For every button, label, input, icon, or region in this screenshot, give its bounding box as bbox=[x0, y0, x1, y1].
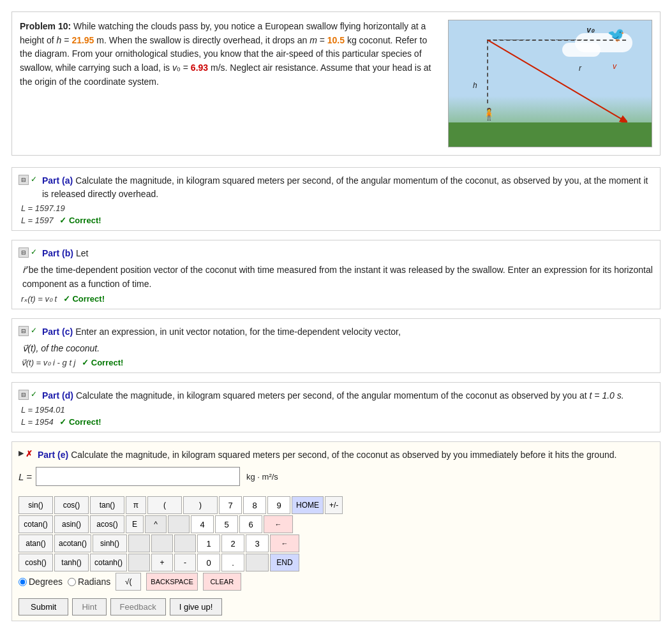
answer-input[interactable] bbox=[36, 467, 240, 486]
part-c-answer: v⃗(t) = v₀ i - g t j ✓ Correct! bbox=[21, 358, 653, 367]
radians-label: Radians bbox=[78, 577, 110, 587]
part-d-check: ✓ bbox=[31, 390, 37, 400]
part-c-vlabel: v⃗(t), of the coconut. bbox=[22, 343, 100, 353]
part-e-icons: ▶ ✗ bbox=[19, 449, 33, 459]
part-c-desc: Enter an expression, in unit vector nota… bbox=[75, 327, 401, 337]
part-d-l2: L = 1954 bbox=[21, 417, 54, 427]
l-label: L = bbox=[19, 471, 32, 482]
keyboard-row-2: cotan() asin() acos() E ^ 4 5 6 ← bbox=[19, 515, 343, 533]
asin-button[interactable]: asin() bbox=[54, 515, 89, 533]
part-e-label: Part (e) bbox=[38, 450, 68, 460]
e-button[interactable]: E bbox=[126, 515, 144, 533]
radians-radio[interactable] bbox=[68, 578, 76, 586]
empty2-button bbox=[128, 534, 150, 552]
v-label-img: v bbox=[613, 62, 616, 71]
part-b-icon-1[interactable]: ⊟ bbox=[19, 247, 29, 258]
empty6-button bbox=[246, 554, 269, 571]
num-0-button[interactable]: 0 bbox=[197, 554, 220, 571]
submit-button[interactable]: Submit bbox=[19, 598, 68, 615]
part-c-body: v⃗(t), of the coconut. bbox=[22, 341, 653, 355]
part-e-text: Part (e) Calculate the magnitude, in kil… bbox=[38, 448, 653, 462]
keyboard-row-1: sin() cos() tan() π ( ) 7 8 9 HOME +/- bbox=[19, 496, 343, 514]
backspace3-button[interactable]: BACKSPACE bbox=[146, 573, 197, 591]
plus-button[interactable]: + bbox=[151, 554, 173, 571]
part-e-play-icon: ▶ bbox=[19, 449, 24, 459]
part-a-icon-1[interactable]: ⊟ bbox=[19, 175, 29, 185]
part-c-section: ⊟ ✓ Part (c) Enter an expression, in uni… bbox=[11, 318, 661, 373]
num-5-button[interactable]: 5 bbox=[215, 515, 238, 533]
part-c-correct: ✓ Correct! bbox=[82, 358, 123, 367]
num-8-button[interactable]: 8 bbox=[243, 496, 266, 514]
degrees-option[interactable]: Degrees bbox=[19, 577, 63, 587]
part-e-desc: Calculate the magnitude, in kilogram squ… bbox=[71, 450, 616, 460]
open-paren-button[interactable]: ( bbox=[147, 496, 182, 514]
empty5-button bbox=[128, 554, 150, 571]
decimal-button[interactable]: . bbox=[221, 554, 244, 571]
empty4-button bbox=[174, 534, 196, 552]
part-c-header: ⊟ ✓ Part (c) Enter an expression, in uni… bbox=[19, 325, 653, 339]
part-c-text: Part (c) Enter an expression, in unit ve… bbox=[42, 325, 653, 339]
cotanh-button[interactable]: cotanh() bbox=[90, 554, 127, 571]
close-paren-button[interactable]: ) bbox=[183, 496, 218, 514]
part-a-answer1: L = 1597.19 bbox=[21, 203, 653, 213]
part-b-text: Part (b) Let bbox=[42, 247, 653, 260]
sqrt-button[interactable]: √( bbox=[116, 573, 141, 591]
end-button[interactable]: END bbox=[270, 554, 299, 571]
plus-minus-button[interactable]: +/- bbox=[325, 496, 343, 514]
part-e-input-row: L = kg · m²/s bbox=[19, 467, 653, 486]
cloud-2 bbox=[562, 43, 601, 57]
dashed-line-horizontal bbox=[487, 40, 626, 41]
backspace2-button[interactable]: ← bbox=[270, 534, 299, 552]
part-b-header: ⊟ ✓ Part (b) Let bbox=[19, 247, 653, 260]
part-a-icons: ⊟ ✓ bbox=[19, 175, 37, 185]
sinh-button[interactable]: sinh() bbox=[93, 534, 127, 552]
degrees-radio[interactable] bbox=[19, 578, 27, 586]
h-label-img: h bbox=[473, 81, 477, 90]
part-b-intro: Let bbox=[76, 248, 88, 258]
keyboard-row-4: cosh() tanh() cotanh() + - 0 . END bbox=[19, 554, 343, 571]
acotan-button[interactable]: acotan() bbox=[54, 534, 91, 552]
tanh-button[interactable]: tanh() bbox=[54, 554, 89, 571]
problem-header: Problem 10: While watching the clouds pa… bbox=[11, 11, 661, 156]
sin-button[interactable]: sin() bbox=[19, 496, 53, 514]
num-2-button[interactable]: 2 bbox=[221, 534, 244, 552]
num-6-button[interactable]: 6 bbox=[239, 515, 262, 533]
part-a-correct: ✓ Correct! bbox=[59, 216, 101, 225]
unit-label: kg · m²/s bbox=[246, 472, 278, 482]
give-up-button[interactable]: I give up! bbox=[170, 598, 223, 615]
num-7-button[interactable]: 7 bbox=[219, 496, 242, 514]
pi-button[interactable]: π bbox=[126, 496, 146, 514]
cotan-button[interactable]: cotan() bbox=[19, 515, 53, 533]
part-b-correct: ✓ Correct! bbox=[63, 294, 105, 304]
cos-button[interactable]: cos() bbox=[54, 496, 89, 514]
backspace-button[interactable]: ← bbox=[264, 515, 293, 533]
tan-button[interactable]: tan() bbox=[90, 496, 124, 514]
acos-button[interactable]: acos() bbox=[90, 515, 124, 533]
minus-button[interactable]: - bbox=[174, 554, 196, 571]
atan-button[interactable]: atan() bbox=[19, 534, 53, 552]
part-b-section: ⊟ ✓ Part (b) Let r⃗ be the time-dependen… bbox=[11, 240, 661, 309]
v0-label-img: v₀ bbox=[586, 26, 594, 34]
bird-icon: 🐦 bbox=[608, 27, 625, 43]
feedback-button[interactable]: Feedback bbox=[110, 598, 166, 615]
num-9-button[interactable]: 9 bbox=[267, 496, 290, 514]
clear-button[interactable]: CLEAR bbox=[203, 573, 241, 591]
cosh-button[interactable]: cosh() bbox=[19, 554, 53, 571]
exp-button[interactable]: ^ bbox=[145, 515, 167, 533]
home-button[interactable]: HOME bbox=[292, 496, 324, 514]
part-d-header: ⊟ ✓ Part (d) Calculate the magnitude, in… bbox=[19, 389, 653, 402]
num-3-button[interactable]: 3 bbox=[246, 534, 269, 552]
problem-image: 🐦 🧍 v₀ v h r bbox=[448, 20, 652, 147]
part-d-icon-1[interactable]: ⊟ bbox=[19, 390, 29, 400]
part-c-label: Part (c) bbox=[42, 327, 73, 337]
num-1-button[interactable]: 1 bbox=[197, 534, 220, 552]
part-c-icons: ⊟ ✓ bbox=[19, 326, 37, 336]
part-d-correct: ✓ Correct! bbox=[59, 417, 101, 427]
h-value: 21.95 bbox=[71, 35, 94, 45]
part-c-check: ✓ bbox=[31, 326, 37, 336]
num-4-button[interactable]: 4 bbox=[191, 515, 214, 533]
keyboard-row-3: atan() acotan() sinh() 1 2 3 ← bbox=[19, 534, 343, 552]
part-c-icon-1[interactable]: ⊟ bbox=[19, 326, 29, 336]
hint-button[interactable]: Hint bbox=[72, 598, 106, 615]
radians-option[interactable]: Radians bbox=[68, 577, 110, 587]
